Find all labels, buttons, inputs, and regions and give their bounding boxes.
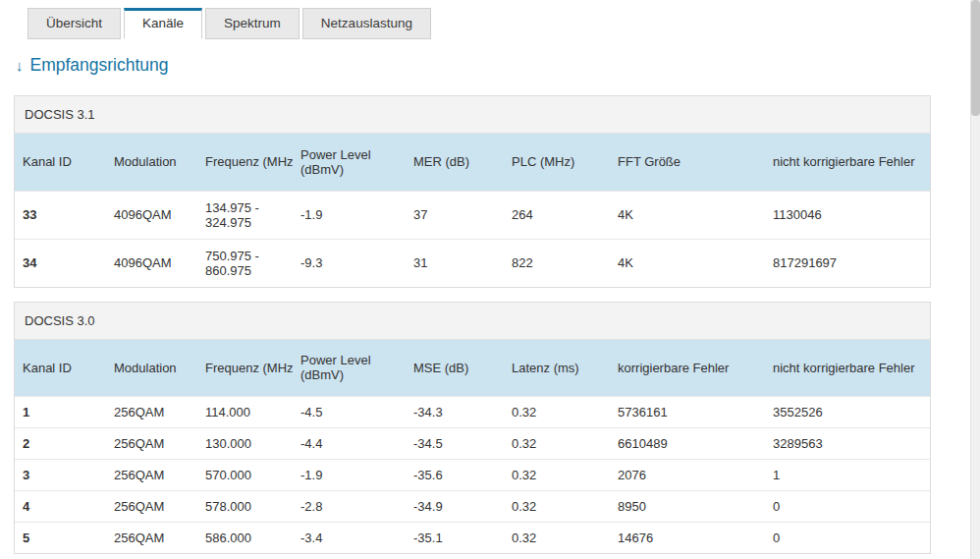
column-header-power-level: Power Level (dBmV) — [293, 134, 406, 191]
cell-power-level: -3.4 — [293, 523, 406, 554]
column-header-frequenz: Frequenz (MHz) — [197, 134, 293, 191]
cell-fehler: 817291697 — [765, 239, 930, 287]
docsis31-group-title: DOCSIS 3.1 — [15, 96, 930, 134]
cell-fehler: 1 — [765, 460, 930, 491]
cell-modulation: 256QAM — [106, 428, 197, 460]
table-row: 34 4096QAM 750.975 - 860.975 -9.3 31 822… — [15, 239, 930, 287]
tab-bar: Übersicht Kanäle Spektrum Netzauslastung — [0, 0, 980, 39]
cell-latenz: 0.32 — [504, 491, 610, 523]
table-row: 4 256QAM 578.000 -2.8 -34.9 0.32 8950 0 — [15, 491, 930, 523]
cell-mse: -35.1 — [406, 523, 504, 554]
tab-netzauslastung[interactable]: Netzauslastung — [302, 8, 431, 39]
cell-mer: 37 — [406, 191, 504, 239]
cell-frequenz: 750.975 - 860.975 — [197, 239, 293, 287]
cell-power-level: -9.3 — [293, 239, 406, 287]
cell-latenz: 0.32 — [504, 397, 610, 428]
column-header-modulation: Modulation — [106, 134, 197, 191]
cell-fft: 4K — [610, 191, 765, 239]
cell-frequenz: 578.000 — [197, 491, 293, 523]
cell-power-level: -4.4 — [293, 428, 406, 460]
cell-power-level: -4.5 — [293, 397, 406, 428]
table-row: 2 256QAM 130.000 -4.4 -34.5 0.32 6610489… — [15, 428, 930, 460]
docsis30-panel: DOCSIS 3.0 Kanal ID Modulation Frequenz … — [14, 302, 931, 555]
tab-uebersicht[interactable]: Übersicht — [27, 8, 121, 39]
cell-fehler: 1130046 — [765, 191, 930, 239]
cell-kanal-id: 1 — [15, 397, 106, 428]
column-header-nicht-korrigierbare-fehler: nicht korrigierbare Fehler — [765, 134, 930, 191]
cell-frequenz: 114.000 — [197, 397, 293, 428]
column-header-kanal-id: Kanal ID — [15, 340, 106, 397]
scrollbar[interactable] — [970, 0, 980, 559]
column-header-mer: MER (dB) — [406, 134, 504, 191]
header-row: Kanal ID Modulation Frequenz (MHz) Power… — [15, 340, 930, 397]
table-row: 5 256QAM 586.000 -3.4 -35.1 0.32 14676 0 — [15, 523, 930, 554]
cell-modulation: 256QAM — [106, 397, 197, 428]
header-row: Kanal ID Modulation Frequenz (MHz) Power… — [15, 134, 930, 191]
cell-mse: -34.3 — [406, 397, 504, 428]
column-header-frequenz: Frequenz (MHz) — [197, 340, 293, 397]
cell-plc: 822 — [504, 239, 610, 287]
table-row: 33 4096QAM 134.975 - 324.975 -1.9 37 264… — [15, 191, 930, 239]
docsis31-panel: DOCSIS 3.1 Kanal ID Modulation Frequenz … — [14, 95, 931, 288]
column-header-plc: PLC (MHz) — [504, 134, 610, 191]
cell-frequenz: 586.000 — [197, 523, 293, 554]
cell-mse: -34.9 — [406, 491, 504, 523]
cell-korr-fehler: 2076 — [610, 460, 765, 491]
cell-korr-fehler: 14676 — [610, 523, 765, 554]
cell-plc: 264 — [504, 191, 610, 239]
cell-kanal-id: 3 — [15, 460, 106, 491]
column-header-modulation: Modulation — [106, 340, 197, 397]
table-row: 3 256QAM 570.000 -1.9 -35.6 0.32 2076 1 — [15, 460, 930, 491]
table-row: 1 256QAM 114.000 -4.5 -34.3 0.32 5736161… — [15, 397, 930, 428]
tab-spektrum[interactable]: Spektrum — [205, 8, 299, 39]
cell-kanal-id: 34 — [15, 239, 106, 287]
column-header-power-level: Power Level (dBmV) — [293, 340, 406, 397]
cell-frequenz: 130.000 — [197, 428, 293, 460]
cell-modulation: 256QAM — [106, 460, 197, 491]
cell-kanal-id: 5 — [15, 523, 106, 554]
cell-latenz: 0.32 — [504, 460, 610, 491]
cell-latenz: 0.32 — [504, 428, 610, 460]
docsis30-table: Kanal ID Modulation Frequenz (MHz) Power… — [15, 340, 930, 554]
cell-korr-fehler: 5736161 — [610, 397, 765, 428]
column-header-fft-groesse: FFT Größe — [610, 134, 765, 191]
cell-kanal-id: 4 — [15, 491, 106, 523]
cell-fehler: 3289563 — [765, 428, 930, 460]
column-header-nicht-korrigierbare-fehler: nicht korrigierbare Fehler — [765, 340, 930, 397]
column-header-korrigierbare-fehler: korrigierbare Fehler — [610, 340, 765, 397]
cell-modulation: 4096QAM — [106, 191, 197, 239]
cell-mse: -35.6 — [406, 460, 504, 491]
cell-power-level: -2.8 — [293, 491, 406, 523]
cell-power-level: -1.9 — [293, 460, 406, 491]
cell-mse: -34.5 — [406, 428, 504, 460]
cell-fehler: 0 — [765, 523, 930, 554]
tab-kanaele[interactable]: Kanäle — [124, 8, 202, 39]
cell-korr-fehler: 6610489 — [610, 428, 765, 460]
cell-mer: 31 — [406, 239, 504, 287]
section-heading-label: Empfangsrichtung — [30, 55, 169, 75]
arrow-down-icon: ↓ — [16, 57, 24, 74]
scrollbar-thumb[interactable] — [971, 0, 980, 116]
cell-frequenz: 134.975 - 324.975 — [197, 191, 293, 239]
column-header-mse: MSE (dB) — [406, 340, 504, 397]
cell-frequenz: 570.000 — [197, 460, 293, 491]
cell-fehler: 0 — [765, 491, 930, 523]
cell-modulation: 256QAM — [106, 523, 197, 554]
section-heading-empfangsrichtung[interactable]: ↓Empfangsrichtung — [16, 55, 980, 76]
cell-fft: 4K — [610, 239, 765, 287]
cell-modulation: 4096QAM — [106, 239, 197, 287]
cell-kanal-id: 33 — [15, 191, 106, 239]
docsis31-table: Kanal ID Modulation Frequenz (MHz) Power… — [15, 134, 930, 287]
cell-kanal-id: 2 — [15, 428, 106, 460]
column-header-latenz: Latenz (ms) — [504, 340, 610, 397]
cell-fehler: 3552526 — [765, 397, 930, 428]
cell-korr-fehler: 8950 — [610, 491, 765, 523]
docsis30-group-title: DOCSIS 3.0 — [15, 303, 930, 340]
cell-modulation: 256QAM — [106, 491, 197, 523]
cell-power-level: -1.9 — [293, 191, 406, 239]
cell-latenz: 0.32 — [504, 523, 610, 554]
column-header-kanal-id: Kanal ID — [15, 134, 106, 191]
